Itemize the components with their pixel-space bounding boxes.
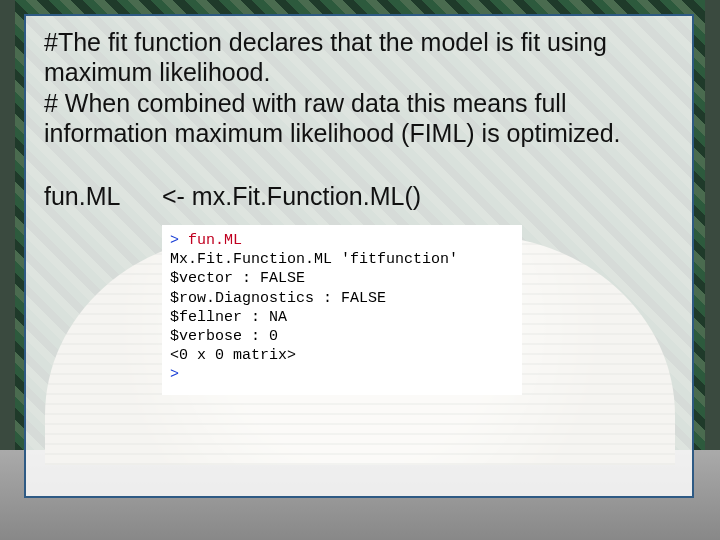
- r-console-output: > fun.ML Mx.Fit.Function.ML 'fitfunction…: [162, 225, 522, 395]
- console-input-line: > fun.ML: [170, 231, 514, 250]
- code-rhs: <- mx.Fit.Function.ML(): [162, 182, 421, 211]
- console-output-line: <0 x 0 matrix>: [170, 346, 514, 365]
- code-assignment: fun.ML <- mx.Fit.Function.ML(): [44, 182, 674, 211]
- code-lhs: fun.ML: [44, 182, 162, 211]
- console-prompt: >: [170, 232, 179, 249]
- console-output-line: Mx.Fit.Function.ML 'fitfunction': [170, 250, 514, 269]
- comment-line-2: # When combined with raw data this means…: [44, 89, 674, 148]
- console-input: fun.ML: [188, 232, 242, 249]
- comment-line-1: #The fit function declares that the mode…: [44, 28, 674, 87]
- console-output-line: $fellner : NA: [170, 308, 514, 327]
- console-output-line: $vector : FALSE: [170, 269, 514, 288]
- console-output-line: $row.Diagnostics : FALSE: [170, 289, 514, 308]
- console-output-line: $verbose : 0: [170, 327, 514, 346]
- console-prompt-empty: >: [170, 365, 514, 384]
- slide-card: #The fit function declares that the mode…: [24, 14, 694, 498]
- comment-block: #The fit function declares that the mode…: [44, 28, 674, 148]
